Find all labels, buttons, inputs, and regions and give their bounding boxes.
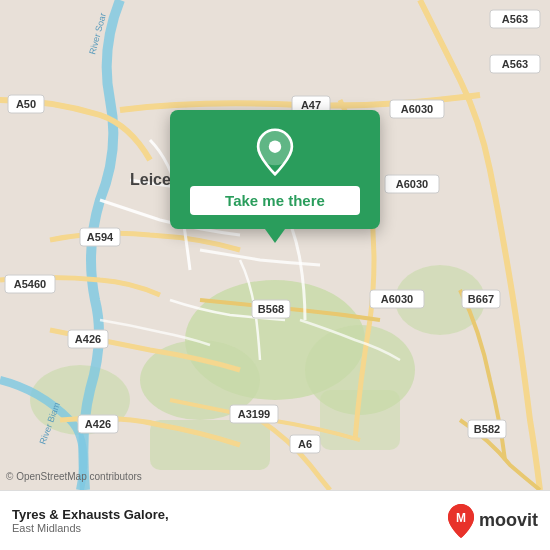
svg-text:A6030: A6030 [381, 293, 413, 305]
popup-card: Take me there [170, 110, 380, 229]
svg-text:A426: A426 [75, 333, 101, 345]
location-info: Tyres & Exhausts Galore, East Midlands [12, 507, 169, 534]
moovit-name: moovit [479, 510, 538, 531]
svg-text:A50: A50 [16, 98, 36, 110]
svg-text:B667: B667 [468, 293, 494, 305]
location-subtitle: East Midlands [12, 522, 169, 534]
map-container: A563 A563 A6030 A6030 A6030 A47 A50 A594… [0, 0, 550, 490]
moovit-pin-icon: M [447, 503, 475, 539]
svg-text:B582: B582 [474, 423, 500, 435]
svg-text:B568: B568 [258, 303, 284, 315]
bottom-bar: Tyres & Exhausts Galore, East Midlands M… [0, 490, 550, 550]
svg-text:M: M [456, 511, 466, 525]
svg-text:A563: A563 [502, 13, 528, 25]
svg-text:A563: A563 [502, 58, 528, 70]
svg-text:A5460: A5460 [14, 278, 46, 290]
svg-text:A426: A426 [85, 418, 111, 430]
svg-point-45 [269, 140, 281, 152]
svg-text:A6030: A6030 [396, 178, 428, 190]
svg-text:A6030: A6030 [401, 103, 433, 115]
location-pin-icon [251, 128, 299, 176]
svg-text:A3199: A3199 [238, 408, 270, 420]
svg-text:© OpenStreetMap contributors: © OpenStreetMap contributors [6, 471, 142, 482]
svg-text:A6: A6 [298, 438, 312, 450]
map-background: A563 A563 A6030 A6030 A6030 A47 A50 A594… [0, 0, 550, 490]
moovit-logo: M moovit [447, 503, 538, 539]
location-title: Tyres & Exhausts Galore, [12, 507, 169, 522]
svg-text:A594: A594 [87, 231, 114, 243]
take-me-there-button[interactable]: Take me there [190, 186, 360, 215]
